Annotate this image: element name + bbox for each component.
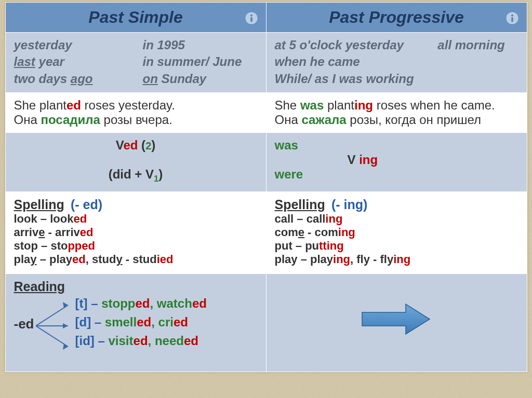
header-row: Past Simple Past Progressive	[5, 3, 527, 33]
spelling-item: - arriv	[45, 226, 79, 239]
suffix-ed: ed	[137, 315, 151, 329]
aux-were: were	[275, 167, 303, 181]
svg-marker-12	[362, 304, 430, 334]
example-progressive: She was planting roses when he came. Она…	[266, 93, 527, 133]
spelling-item: y	[116, 253, 122, 266]
marker: Sunday	[158, 72, 206, 86]
example-verb: сажала	[301, 113, 346, 127]
svg-rect-2	[250, 17, 252, 22]
marker: on	[143, 72, 158, 86]
row-formula: Ved (2) (did + V1) was V ing were	[5, 133, 527, 192]
marker: I was working	[332, 72, 414, 86]
next-arrow-icon[interactable]	[360, 301, 433, 340]
sound-id: [id] –	[75, 334, 109, 348]
marker: year	[35, 54, 64, 68]
spelling-title: Spelling	[14, 197, 64, 212]
spelling-item: e	[38, 226, 45, 239]
formula-2: 2	[145, 140, 151, 152]
suffix-ed: ed	[134, 334, 148, 348]
suffix-ing: ing	[325, 212, 342, 225]
row-example: She planted roses yesterday. Она посадил…	[5, 93, 527, 133]
marker: in summer/ June	[143, 54, 242, 68]
formula-text: )	[158, 167, 163, 181]
suffix-ed: ed	[192, 296, 207, 310]
reading-word: , cri	[151, 315, 174, 329]
spelling-progressive: Spelling (- ing) call – calling come - c…	[266, 191, 527, 273]
reading-cell: Reading -ed [t] – stopped, watched [d] –…	[5, 273, 266, 372]
aux-was: was	[275, 138, 298, 152]
suffix-ing: ing	[327, 239, 344, 252]
marker: in 1995	[143, 38, 185, 52]
formula-text: V	[116, 138, 124, 152]
spelling-item: call – call	[275, 212, 326, 225]
suffix-ed: ed	[160, 253, 174, 266]
example-text: plant	[324, 98, 354, 112]
suffix-ed: ed	[82, 239, 95, 252]
suffix-ed: ed	[72, 253, 86, 266]
marker: when	[275, 54, 310, 68]
formula-text: (	[138, 138, 145, 152]
spelling-item: put – pu	[275, 239, 320, 252]
spelling-item: – play	[37, 253, 72, 266]
svg-point-1	[250, 14, 252, 16]
row-spelling: Spelling (- ed) look – looked arrive - a…	[5, 191, 527, 273]
suffix-ed: ed	[66, 98, 81, 112]
comparison-table: Past Simple Past Progressive yesterdayin…	[5, 2, 527, 372]
slide: Past Simple Past Progressive yesterdayin…	[5, 2, 527, 372]
double-letter: pp	[68, 239, 82, 252]
example-text: She plant	[14, 98, 66, 112]
example-text: Она	[14, 113, 41, 127]
reading-word: visit	[109, 334, 134, 348]
suffix-ing: ing	[359, 153, 378, 167]
example-verb: посадила	[41, 113, 100, 127]
marker: all morning	[437, 38, 504, 52]
formula-v: V	[348, 153, 360, 167]
double-letter: tt	[319, 239, 327, 252]
spelling-simple: Spelling (- ed) look – looked arrive - a…	[5, 191, 266, 273]
info-icon[interactable]	[505, 10, 520, 25]
suffix-ed: ed	[80, 226, 94, 239]
svg-rect-5	[511, 17, 513, 22]
next-slide-cell	[266, 273, 527, 372]
formula-text: )	[151, 138, 155, 152]
spelling-item: look – look	[14, 212, 74, 225]
suffix-ing: ing	[338, 226, 355, 239]
example-text: Она	[275, 113, 302, 127]
reading-word: smell	[105, 315, 137, 329]
example-text: розы, когда он пришел	[347, 113, 481, 127]
formula-progressive: was V ing were	[266, 133, 527, 192]
spelling-item: , stud	[86, 253, 116, 266]
markers-simple: yesterdayin 1995 last yearin summer/ Jun…	[5, 33, 266, 93]
spelling-item: stop – sto	[14, 239, 68, 252]
formula-ed: ed	[123, 138, 138, 152]
svg-point-4	[511, 14, 513, 16]
marker: ago	[71, 72, 93, 86]
spelling-item: , fly - fly	[350, 253, 393, 266]
spelling-suffix: (- ing)	[331, 197, 367, 212]
info-icon[interactable]	[244, 10, 259, 25]
svg-marker-9	[63, 323, 68, 328]
spelling-item: pla	[14, 253, 31, 266]
suffix-ing: ing	[333, 253, 350, 266]
suffix-ed: ed	[73, 212, 87, 225]
spelling-item: e	[298, 226, 304, 239]
reading-ed-label: -ed	[14, 316, 34, 332]
reading-title: Reading	[14, 279, 65, 294]
formula-1: 1	[154, 174, 158, 184]
example-text: roses yesterday.	[81, 98, 175, 112]
spelling-item: arriv	[14, 226, 39, 239]
marker: While/ as	[275, 72, 332, 86]
reading-word: , watch	[150, 296, 192, 310]
example-simple: She planted roses yesterday. Она посадил…	[5, 93, 266, 133]
markers-progressive: at 5 o'clock yesterday all morning when …	[266, 33, 527, 93]
example-text: She	[275, 98, 300, 112]
svg-line-6	[36, 305, 68, 326]
marker: at 5 o'clock yesterday	[275, 38, 404, 52]
spelling-item: play – play	[275, 253, 334, 266]
branch-icon	[36, 297, 72, 354]
marker: two days	[14, 72, 71, 86]
suffix-ing: ing	[393, 253, 410, 266]
marker: last	[14, 54, 35, 68]
spelling-item: - com	[304, 226, 338, 239]
suffix-ed: ed	[136, 296, 150, 310]
